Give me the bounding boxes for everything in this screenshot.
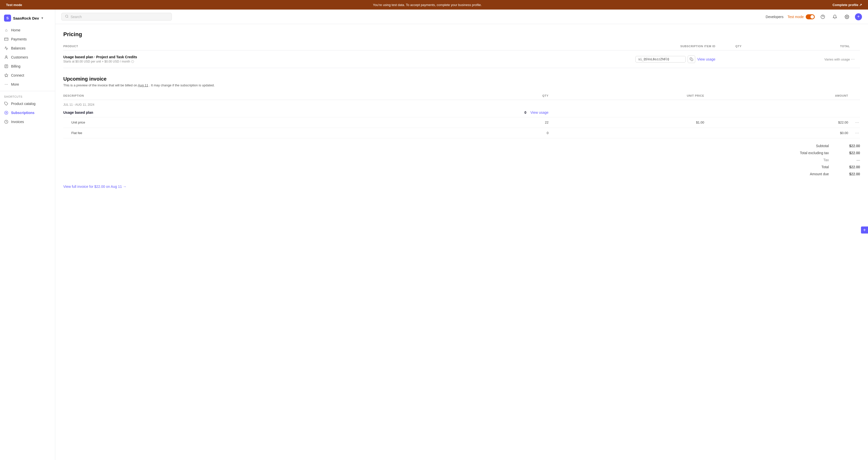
header-right: Developers Test mode + xyxy=(766,13,862,21)
sidebar: S SaasRock Dev ▾ ⌂ Home Payments Balance… xyxy=(0,9,55,460)
amount-due-value: $22.00 xyxy=(835,172,860,176)
total-excl-tax-label: Total excluding tax xyxy=(785,151,835,155)
complete-profile-button[interactable]: Complete profile ↗ xyxy=(833,3,862,7)
invoices-icon xyxy=(4,120,8,124)
sub-id-cell: View usage xyxy=(376,51,716,68)
sidebar-item-label: Subscriptions xyxy=(11,111,34,115)
help-button[interactable] xyxy=(819,13,827,21)
sidebar-item-label: Invoices xyxy=(11,120,24,124)
sidebar-item-more[interactable]: ··· More xyxy=(0,80,55,89)
notifications-button[interactable] xyxy=(831,13,839,21)
col-qty: QTY xyxy=(332,92,549,100)
bill-date[interactable]: Aug 11 xyxy=(138,84,148,87)
total-cell: Varies with usage xyxy=(742,51,850,68)
invoice-view-usage-link[interactable]: View usage xyxy=(530,110,549,114)
sub-id-input[interactable] xyxy=(636,56,686,63)
sidebar-nav: ⌂ Home Payments Balances Customers xyxy=(0,26,55,89)
varies-text: Varies with usage xyxy=(824,58,850,61)
unit-price-more-button[interactable]: ··· xyxy=(854,120,860,125)
sidebar-item-home[interactable]: ⌂ Home xyxy=(0,26,55,35)
total-excl-tax-row: Total excluding tax $22.00 xyxy=(63,150,860,157)
flat-fee-more-button[interactable]: ··· xyxy=(854,130,860,135)
tax-value: — xyxy=(835,158,860,162)
sidebar-item-label: Balances xyxy=(11,46,26,50)
tax-row: Tax — xyxy=(63,157,860,163)
col-description: DESCRIPTION xyxy=(63,92,332,100)
description-text: This is a preview of the invoice that wi… xyxy=(63,84,137,87)
col-qty: QTY xyxy=(715,43,741,51)
chevron-down-icon: ▾ xyxy=(41,16,43,20)
tax-label: Tax xyxy=(785,158,835,162)
flat-fee-more: ··· xyxy=(848,128,860,138)
svg-point-10 xyxy=(6,112,7,113)
product-cell: Usage based plan · Project and Task Cred… xyxy=(63,51,376,68)
sidebar-item-label: Billing xyxy=(11,64,20,68)
subtotal-label: Subtotal xyxy=(785,144,835,148)
svg-line-13 xyxy=(68,17,68,18)
add-button[interactable]: + xyxy=(855,13,862,20)
sidebar-item-billing[interactable]: Billing xyxy=(0,62,55,71)
sidebar-item-label: Product catalog xyxy=(11,102,35,106)
svg-point-2 xyxy=(5,56,7,57)
description-suffix: . It may change if the subscription is u… xyxy=(149,84,215,87)
banner-mode: Test mode xyxy=(6,3,22,7)
invoice-table: DESCRIPTION QTY UNIT PRICE AMOUNT JUL 11… xyxy=(63,92,860,138)
test-mode-label: Test mode xyxy=(787,15,804,19)
subtotal-row: Subtotal $22.00 xyxy=(63,142,860,150)
logo-icon: S xyxy=(4,14,11,22)
plan-more xyxy=(848,108,860,117)
unit-price-unit-price: $1.00 xyxy=(549,117,704,128)
sidebar-logo[interactable]: S SaasRock Dev ▾ xyxy=(0,13,55,26)
total-label: Total xyxy=(785,165,835,169)
sidebar-item-subscriptions[interactable]: Subscriptions xyxy=(0,108,55,117)
sidebar-item-balances[interactable]: Balances xyxy=(0,44,55,53)
floating-add-button[interactable]: + xyxy=(861,227,868,233)
customers-icon xyxy=(4,55,8,60)
org-name: SaasRock Dev xyxy=(13,16,39,20)
invoice-summary: Subtotal $22.00 Total excluding tax $22.… xyxy=(63,142,860,177)
search-box[interactable]: Search xyxy=(61,13,172,21)
settings-button[interactable] xyxy=(843,13,851,21)
plus-icon: + xyxy=(857,14,860,19)
flat-fee-unit-price xyxy=(549,128,704,138)
test-mode-pill[interactable] xyxy=(806,14,815,19)
developers-link[interactable]: Developers xyxy=(766,15,784,19)
upcoming-invoice-title: Upcoming invoice xyxy=(63,76,860,82)
unit-price-more: ··· xyxy=(848,117,860,128)
more-options-button[interactable]: ··· xyxy=(850,57,856,62)
test-mode-toggle[interactable]: Test mode xyxy=(787,14,815,19)
sidebar-item-invoices[interactable]: Invoices xyxy=(0,117,55,126)
col-unit-price: UNIT PRICE xyxy=(549,92,704,100)
banner-message: You're using test data. To accept paymen… xyxy=(22,3,833,7)
sidebar-item-payments[interactable]: Payments xyxy=(0,35,55,44)
table-row: Usage based plan · Project and Task Cred… xyxy=(63,51,860,68)
sub-id-group: View usage xyxy=(376,56,716,63)
plan-description: Usage based plan xyxy=(63,108,332,117)
connect-icon xyxy=(4,73,8,77)
col-product: PRODUCT xyxy=(63,43,376,51)
amount-due-row: Amount due $22.00 xyxy=(63,170,860,177)
sidebar-item-label: Connect xyxy=(11,73,24,77)
unit-price-row: Unit price 22 $1.00 $22.00 ··· xyxy=(63,117,860,128)
view-usage-link[interactable]: View usage xyxy=(697,57,715,61)
sidebar-item-label: Home xyxy=(11,28,20,32)
usage-plan-row: Usage based plan 0 View usage xyxy=(63,108,860,117)
unit-price-description: Unit price xyxy=(63,117,332,128)
main-area: Search Developers Test mode + xyxy=(55,9,868,460)
sidebar-item-label: More xyxy=(11,83,19,86)
sidebar-item-label: Customers xyxy=(11,55,28,59)
flat-fee-row: Flat fee 0 $0.00 ··· xyxy=(63,128,860,138)
copy-button[interactable] xyxy=(688,56,695,63)
content-area: Pricing PRODUCT SUBSCRIPTION ITEM ID QTY… xyxy=(55,24,868,460)
view-invoice-link[interactable]: View full invoice for $22.00 on Aug 11 → xyxy=(63,185,126,189)
sidebar-item-connect[interactable]: Connect xyxy=(0,71,55,80)
flat-fee-description: Flat fee xyxy=(63,128,332,138)
total-row: Total $22.00 xyxy=(63,163,860,170)
billing-icon xyxy=(4,64,8,69)
top-banner: Test mode You're using test data. To acc… xyxy=(0,0,868,9)
plan-amount xyxy=(704,108,848,117)
subtotal-value: $22.00 xyxy=(835,144,860,148)
plan-unit-price xyxy=(549,108,704,117)
sidebar-item-customers[interactable]: Customers xyxy=(0,53,55,62)
sidebar-item-product-catalog[interactable]: Product catalog xyxy=(0,99,55,108)
